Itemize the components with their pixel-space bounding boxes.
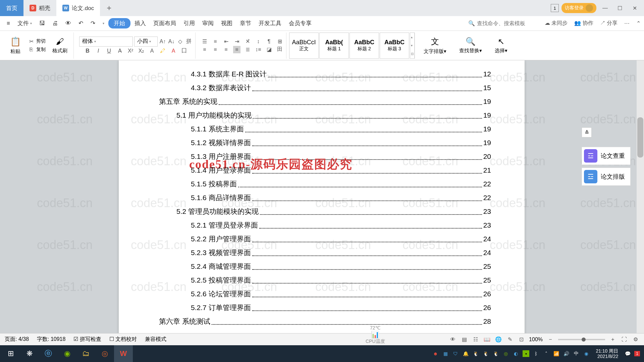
style-normal[interactable]: AaBbCcI正文	[289, 33, 319, 59]
menu-insert[interactable]: 插入	[131, 17, 149, 29]
undo-icon[interactable]: ↶	[75, 18, 87, 29]
preview-icon[interactable]: 👁	[62, 18, 74, 29]
settings-icon[interactable]: ⚙	[632, 336, 639, 343]
edit-icon[interactable]: ✎	[506, 336, 514, 343]
tab-add-button[interactable]: +	[100, 3, 118, 13]
tray-app-icon[interactable]: ◉	[583, 350, 590, 357]
clear-style-icon[interactable]: ✕̄	[244, 38, 251, 45]
number-list-icon[interactable]: ≡	[212, 38, 219, 45]
tab-daoke[interactable]: D稻壳	[23, 0, 56, 16]
save-icon[interactable]: 🖫	[36, 18, 48, 29]
fullscreen-icon[interactable]: ⛶	[621, 336, 628, 343]
minimize-button[interactable]: —	[599, 2, 611, 14]
read-view-icon[interactable]: 📖	[483, 336, 491, 343]
taskbar-wps[interactable]: W	[114, 345, 133, 362]
zoom-out-icon[interactable]: −	[547, 336, 554, 343]
eye-view-icon[interactable]: 👁	[449, 336, 457, 343]
taskbar-explorer[interactable]: 🗂	[76, 345, 95, 362]
styles-gallery[interactable]: AaBbCcI正文 AaBb(标题 1 AaBbC标题 2 AaBbC标题 3	[289, 33, 409, 59]
menu-review[interactable]: 审阅	[199, 17, 217, 29]
menu-devtools[interactable]: 开发工具	[255, 17, 285, 29]
collapse-ribbon-icon[interactable]: ⋯	[624, 20, 630, 26]
subscript-button[interactable]: X₂	[138, 47, 145, 55]
redo-icon[interactable]: ↷	[87, 18, 99, 29]
scrollbar-thumb[interactable]	[637, 117, 643, 158]
tray-icon-1[interactable]: ☻	[432, 350, 439, 357]
text-layout-button[interactable]: 文文字排版▾	[420, 36, 450, 55]
qat-dropdown[interactable]: ▾	[99, 19, 108, 27]
taskbar-edge[interactable]: ◉	[58, 345, 76, 362]
style-up-icon[interactable]: ▴	[411, 35, 414, 39]
style-down-icon[interactable]: ▾	[411, 44, 414, 47]
taskbar-clock[interactable]: 21:10 周日2021/8/22	[593, 348, 621, 359]
close-button[interactable]: ✕	[629, 2, 641, 14]
sort-icon[interactable]: ↕	[255, 38, 262, 45]
start-button[interactable]: ⊞	[1, 345, 20, 362]
paper-check-button[interactable]: ☲论文查重	[582, 147, 631, 165]
doc-proof-toggle[interactable]: ☐ 文档校对	[109, 336, 137, 343]
align-center-icon[interactable]: ≡	[212, 46, 219, 53]
menu-view[interactable]: 视图	[218, 17, 236, 29]
file-menu[interactable]: 文件▾	[14, 17, 35, 29]
tray-icon-5[interactable]: 🐧	[472, 350, 479, 357]
decrease-font-icon[interactable]: A↓	[168, 38, 175, 45]
zoom-level[interactable]: 100%	[529, 337, 543, 343]
line-spacing-icon[interactable]: ↕≡	[255, 46, 262, 53]
tray-icon-9[interactable]: ◐	[513, 350, 519, 357]
print-icon[interactable]: 🖨	[49, 18, 61, 29]
decrease-indent-icon[interactable]: ⇤	[222, 38, 230, 45]
align-justify-icon[interactable]: ≡	[233, 46, 240, 53]
strikethrough-button[interactable]: A̵	[116, 47, 123, 55]
collab-button[interactable]: 👥 协作	[574, 20, 593, 27]
taskbar-app-2[interactable]: ◎	[95, 345, 114, 362]
web-view-icon[interactable]: 🌐	[495, 336, 502, 343]
tray-icon-7[interactable]: 🐧	[492, 350, 499, 357]
bullet-list-icon[interactable]: ☰	[201, 38, 208, 45]
style-heading2[interactable]: AaBbC标题 2	[350, 33, 379, 59]
increase-font-icon[interactable]: A↑	[159, 38, 166, 45]
highlight-color-icon[interactable]: 🖍	[159, 47, 166, 55]
tab-document[interactable]: W论文.doc	[56, 0, 100, 16]
distribute-icon[interactable]: ≣	[244, 46, 251, 53]
copy-button[interactable]: ⎘复制	[28, 46, 46, 53]
share-button[interactable]: ↗ 分享	[600, 20, 618, 27]
page-indicator[interactable]: 页面: 4/38	[5, 336, 29, 343]
tray-nvidia-icon[interactable]: ▪	[523, 350, 529, 357]
menu-page-layout[interactable]: 页面布局	[150, 17, 179, 29]
clear-format-icon[interactable]: ◇	[176, 38, 184, 45]
font-size-select[interactable]: 小四▾	[134, 37, 158, 47]
outline-view-icon[interactable]: ☷	[472, 336, 479, 343]
menu-chapter[interactable]: 章节	[236, 17, 255, 29]
italic-button[interactable]: I	[95, 47, 102, 55]
menu-references[interactable]: 引用	[180, 17, 198, 29]
document-area[interactable]: 4.3.1 数据库 E-R 图设计124.3.2 数据库表设计15第五章 系统的…	[0, 60, 644, 345]
cut-button[interactable]: ✂剪切	[28, 38, 46, 45]
text-effects-icon[interactable]: A	[148, 47, 156, 55]
taskbar-ie[interactable]: ⓔ	[39, 345, 58, 362]
tray-icon-8[interactable]: ◎	[502, 350, 509, 357]
select-button[interactable]: ↖选择▾	[491, 37, 511, 54]
paste-button[interactable]: 📋粘贴	[7, 37, 24, 55]
tray-icon-4[interactable]: 🔔	[462, 350, 469, 357]
align-left-icon[interactable]: ≡	[201, 46, 208, 53]
phonetic-icon[interactable]: 拼	[185, 38, 193, 45]
notification-badge[interactable]: 1	[634, 351, 640, 356]
tray-icon-2[interactable]: ▦	[442, 350, 449, 357]
font-name-select[interactable]: 楷体▾	[79, 37, 133, 47]
superscript-button[interactable]: X²	[127, 47, 134, 55]
format-painter-button[interactable]: 🖌格式刷	[49, 37, 71, 54]
sync-status[interactable]: ☁ 未同步	[545, 20, 568, 27]
maximize-button[interactable]: ☐	[614, 2, 626, 14]
search-input[interactable]	[477, 20, 544, 26]
tab-home[interactable]: 首页	[0, 0, 23, 16]
guest-login-button[interactable]: 访客登录	[561, 3, 596, 13]
panel-collapse-icon[interactable]: ≙	[582, 127, 592, 137]
zoom-slider[interactable]	[558, 339, 605, 340]
tray-ime-icon[interactable]: 中	[573, 350, 580, 357]
action-center-icon[interactable]: 💬	[624, 350, 631, 357]
tabs-icon[interactable]: ⊞	[276, 38, 283, 45]
hamburger-icon[interactable]: ≡	[3, 18, 13, 29]
taskbar-app-1[interactable]: ❋	[20, 345, 39, 362]
increase-indent-icon[interactable]: ⇥	[233, 38, 240, 45]
expand-ribbon-icon[interactable]: ⌃	[636, 20, 641, 26]
